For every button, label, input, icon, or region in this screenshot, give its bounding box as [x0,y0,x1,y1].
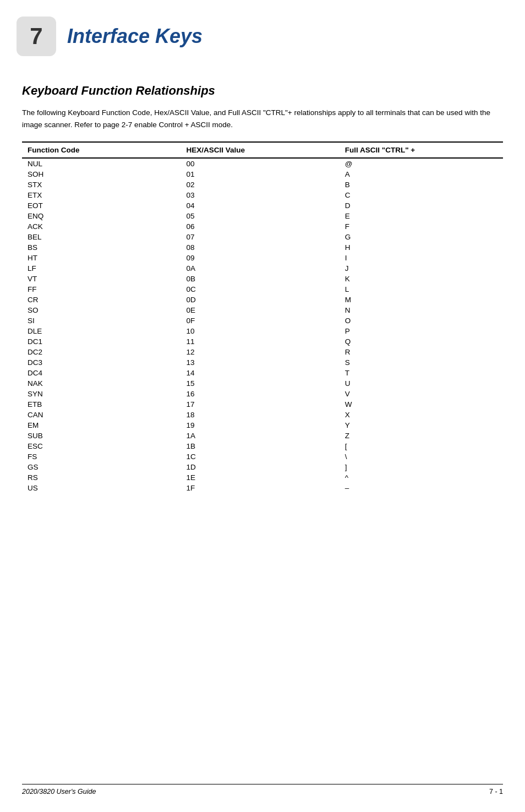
table-cell: RS [22,472,181,483]
table-cell: 04 [181,200,339,211]
table-cell: 11 [181,336,339,347]
table-cell: FF [22,284,181,295]
table-cell: J [340,263,503,274]
table-cell: BEL [22,232,181,242]
section-title: Keyboard Function Relationships [0,67,525,107]
table-row: SYN16V [22,389,503,399]
col-header-full-ascii: Full ASCII "CTRL" + [340,142,503,158]
table-cell: 10 [181,326,339,336]
table-row: DC212R [22,347,503,357]
table-cell: ENQ [22,211,181,221]
table-cell: ETB [22,399,181,410]
table-row: FF0CL [22,284,503,295]
table-cell: ] [340,462,503,472]
table-cell: SYN [22,389,181,399]
table-row: ETX03C [22,190,503,200]
table-row: BS08H [22,242,503,253]
table-cell: CAN [22,410,181,420]
table-cell: R [340,347,503,357]
table-cell: E [340,211,503,221]
table-cell: DLE [22,326,181,336]
table-cell: 01 [181,169,339,179]
table-cell: NAK [22,378,181,389]
table-cell: DC1 [22,336,181,347]
table-cell: ACK [22,221,181,232]
table-cell: US [22,483,181,497]
table-body: NUL00@SOH01ASTX02BETX03CEOT04DENQ05EACK0… [22,158,503,497]
table-cell: SI [22,315,181,326]
function-table-container: Function Code HEX/ASCII Value Full ASCII… [0,141,525,497]
table-row: GS1D] [22,462,503,472]
col-header-function-code: Function Code [22,142,181,158]
table-cell: 06 [181,221,339,232]
table-cell: DC4 [22,368,181,378]
table-row: US1F– [22,483,503,497]
table-row: NUL00@ [22,158,503,169]
table-cell: 19 [181,420,339,430]
table-cell: 12 [181,347,339,357]
table-cell: BS [22,242,181,253]
table-cell: SOH [22,169,181,179]
table-cell: 14 [181,368,339,378]
table-cell: 13 [181,357,339,368]
table-cell: F [340,221,503,232]
table-cell: STX [22,179,181,190]
table-row: SO0EN [22,305,503,315]
table-row: BEL07G [22,232,503,242]
table-cell: GS [22,462,181,472]
table-cell: 1C [181,451,339,462]
table-row: ESC1B[ [22,441,503,451]
table-cell: 08 [181,242,339,253]
table-cell: X [340,410,503,420]
table-cell: 1A [181,430,339,441]
chapter-number: 7 [17,17,56,56]
table-cell: D [340,200,503,211]
table-cell: W [340,399,503,410]
table-row: CAN18X [22,410,503,420]
table-cell: S [340,357,503,368]
table-cell: 17 [181,399,339,410]
table-cell: M [340,295,503,305]
table-row: DLE10P [22,326,503,336]
table-cell: 0A [181,263,339,274]
chapter-title: Interface Keys [67,25,203,48]
table-row: SOH01A [22,169,503,179]
table-cell: – [340,483,503,497]
table-cell: EM [22,420,181,430]
table-row: CR0DM [22,295,503,305]
table-cell: P [340,326,503,336]
table-cell: 05 [181,211,339,221]
table-cell: LF [22,263,181,274]
table-row: DC313S [22,357,503,368]
table-cell: NUL [22,158,181,169]
table-cell: 07 [181,232,339,242]
table-cell: Z [340,430,503,441]
table-cell: 18 [181,410,339,420]
table-row: NAK15U [22,378,503,389]
table-cell: 00 [181,158,339,169]
table-cell: 1D [181,462,339,472]
section-description: The following Keyboard Function Code, He… [0,107,525,141]
table-row: ETB17W [22,399,503,410]
table-cell: B [340,179,503,190]
table-row: EM19Y [22,420,503,430]
table-cell: 0D [181,295,339,305]
table-cell: SUB [22,430,181,441]
table-cell: O [340,315,503,326]
table-cell: H [340,242,503,253]
table-row: ACK06F [22,221,503,232]
table-row: VT0BK [22,274,503,284]
table-cell: 1E [181,472,339,483]
table-cell: Q [340,336,503,347]
table-row: RS1E^ [22,472,503,483]
table-cell: Y [340,420,503,430]
table-cell: C [340,190,503,200]
table-row: STX02B [22,179,503,190]
chapter-header: 7 Interface Keys [0,0,525,67]
table-row: LF0AJ [22,263,503,274]
table-row: SI0FO [22,315,503,326]
table-cell: I [340,253,503,263]
table-cell: ^ [340,472,503,483]
table-cell: 09 [181,253,339,263]
table-cell: 0F [181,315,339,326]
